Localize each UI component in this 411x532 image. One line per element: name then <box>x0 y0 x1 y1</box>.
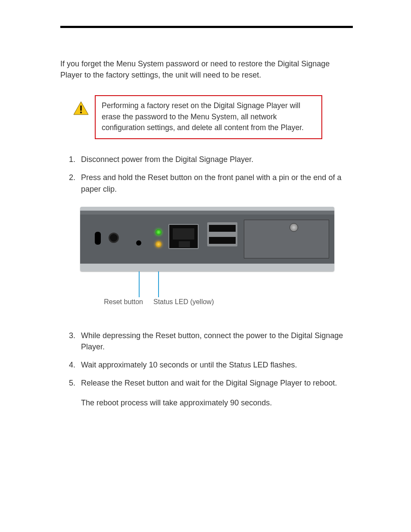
step-number: 4. <box>69 359 81 370</box>
intro-paragraph: If you forget the Menu System password o… <box>60 58 353 81</box>
figure-callouts: Reset button Status LED (yellow) <box>80 271 334 310</box>
warning-box: Performing a factory reset on the Digita… <box>95 95 322 139</box>
step-text: Press and hold the Reset button on the f… <box>81 172 353 194</box>
callout-label-led: Status LED (yellow) <box>153 298 214 306</box>
step-text: Release the Reset button and wait for th… <box>81 377 353 389</box>
warning-text: Performing a factory reset on the Digita… <box>102 101 304 132</box>
warning-icon <box>73 101 89 115</box>
kensington-slot <box>95 232 101 245</box>
step-5: 5. Release the Reset button and wait for… <box>69 377 353 389</box>
callout-line-reset <box>139 271 140 297</box>
reboot-note: The reboot process will take approximate… <box>81 397 353 408</box>
step-3: 3. While depressing the Reset button, co… <box>69 330 353 352</box>
device-figure: Reset button Status LED (yellow) <box>80 207 353 310</box>
step-text: Disconnect power from the Digital Signag… <box>81 154 353 165</box>
step-2: 2. Press and hold the Reset button on th… <box>69 172 353 194</box>
status-led-yellow <box>156 241 162 247</box>
step-number: 3. <box>69 330 81 352</box>
ethernet-port <box>168 224 199 249</box>
svg-rect-2 <box>80 112 82 113</box>
reset-button-hole <box>136 240 141 246</box>
step-4: 4. Wait approximately 10 seconds or unti… <box>69 359 353 370</box>
expansion-panel <box>244 220 329 258</box>
audio-jack <box>109 233 119 243</box>
callout-label-reset: Reset button <box>96 298 143 306</box>
steps-list-continued: 3. While depressing the Reset button, co… <box>69 330 353 389</box>
step-number: 2. <box>69 172 81 194</box>
steps-list: 1. Disconnect power from the Digital Sig… <box>69 154 353 194</box>
page-content: If you forget the Menu System password o… <box>0 0 411 434</box>
step-text: Wait approximately 10 seconds or until t… <box>81 359 353 370</box>
step-number: 5. <box>69 377 81 389</box>
step-text: While depressing the Reset button, conne… <box>81 330 353 352</box>
power-led-green <box>156 229 162 235</box>
panel-screw <box>290 223 298 232</box>
usb-ports <box>207 222 237 246</box>
step-1: 1. Disconnect power from the Digital Sig… <box>69 154 353 165</box>
svg-rect-1 <box>80 106 82 111</box>
callout-line-led <box>158 271 159 297</box>
warning-callout: Performing a factory reset on the Digita… <box>73 95 353 139</box>
step-number: 1. <box>69 154 81 165</box>
device-front-panel <box>80 207 334 271</box>
header-rule <box>60 26 353 28</box>
